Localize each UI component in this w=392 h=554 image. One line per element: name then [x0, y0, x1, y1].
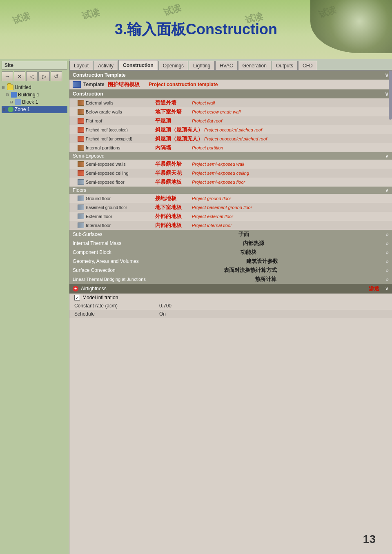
main-area: Site → ✕ ◁ ▷ ↺ ⊟ Untitled ⊟ Building 1 ⊟… [0, 59, 392, 554]
row-pitched-roof-unocc: Pitched roof (unoccupied) 斜屋顶（屋顶无人） Proj… [69, 134, 392, 143]
row-flat-roof: Flat roof 平屋顶 Project flat roof [69, 116, 392, 125]
row-pitched-roof-occ: Pitched roof (occupied) 斜屋顶（屋顶有人） Projec… [69, 125, 392, 134]
collapse-btn-ct[interactable]: ∨ [385, 72, 389, 78]
zone-icon [8, 107, 13, 112]
label-constant-rate: Constant rate (ac/h) [74, 303, 156, 309]
collapse-btn-fl[interactable]: ∨ [385, 187, 389, 193]
sidebar: Site → ✕ ◁ ▷ ↺ ⊟ Untitled ⊟ Building 1 ⊟… [0, 59, 69, 554]
row-internal-partitions: Internal partitions 内隔墙 Project partitio… [69, 143, 392, 152]
arrow-itm: » [385, 240, 389, 247]
section-header-airtightness[interactable]: ★ Airtightness 渗透 ∨ [69, 284, 392, 294]
label-en-external-floor: External floor [86, 214, 155, 219]
value-semi-walls: Project semi-exposed wall [192, 162, 244, 167]
value-constant-rate: 0.700 [159, 303, 172, 309]
row-ground-floor: Ground floor 接地地板 Project ground floor [69, 194, 392, 203]
arrow-ltb: » [385, 276, 389, 283]
section-geometry[interactable]: Geometry, Areas and Volumes 建筑设计参数 » [69, 257, 392, 266]
building-icon [11, 92, 17, 98]
label-en-below-grade: Below grade walls [86, 109, 155, 114]
label-cn-pitched-occ: 斜屋顶（屋顶有人） [155, 126, 204, 133]
toolbar-btn-next[interactable]: ▷ [38, 71, 50, 81]
section-header-construction-template[interactable]: Construction Template ∨ [69, 71, 392, 80]
tree-item-untitled[interactable]: ⊟ Untitled [2, 84, 67, 91]
floor-icon-semi [78, 179, 84, 185]
tree-label-zone1: Zone 1 [15, 107, 30, 112]
folder-icon [7, 85, 13, 90]
tab-hvac[interactable]: HVAC [215, 61, 237, 70]
toolbar-btn-prev[interactable]: ◁ [26, 71, 38, 81]
label-cn-semi-walls: 半暴露外墙 [155, 160, 192, 168]
label-cn-basement-floor: 地下室地板 [155, 204, 192, 211]
label-cn-semi-floor: 半暴露地板 [155, 178, 192, 186]
label-cn-pitched-unocc: 斜屋顶（屋顶无人） [155, 135, 204, 142]
tree-item-zone1[interactable]: ⊞ Zone 1 [2, 106, 67, 113]
section-title-construction-template: Construction Template [73, 72, 126, 78]
tab-generation[interactable]: Generation [238, 61, 271, 70]
tab-openings[interactable]: Openings [158, 61, 188, 70]
arrow-geom: » [385, 258, 389, 265]
label-ltb-cn: 热桥计算 [255, 276, 276, 283]
value-pitched-occ: Project occupied pitched roof [204, 127, 262, 132]
label-sub-surfaces-cn: 子面 [238, 231, 249, 238]
checkbox-model-infiltration[interactable] [74, 295, 80, 300]
expand-icon-z1: ⊞ [2, 107, 7, 111]
value-basement-floor: Project basement ground floor [192, 205, 252, 210]
tree-item-building1[interactable]: ⊟ Building 1 [2, 91, 67, 98]
arrow-sub-surfaces: » [385, 231, 389, 238]
label-cn-ground-floor: 接地地板 [155, 195, 192, 202]
toolbar-btn-refresh[interactable]: ↺ [51, 71, 62, 81]
label-en-pitched-unocc: Pitched roof (unoccupied) [86, 137, 155, 141]
label-cn-semi-ceiling: 半暴露天花 [155, 169, 192, 177]
tree-label-building1: Building 1 [18, 92, 40, 98]
label-ltb-en: Linear Thermal Bridging at Junctions [73, 277, 146, 282]
arrow-sc: » [385, 267, 389, 274]
label-en-internal-partitions: Internal partitions [86, 145, 155, 150]
collapse-btn-c[interactable]: ∨ [385, 91, 389, 97]
tree-label-block1: Block 1 [22, 99, 38, 105]
template-row: Template 围护结构模板 Project construction tem… [69, 80, 392, 89]
tab-construction[interactable]: Construction [118, 60, 158, 70]
section-surface-convection[interactable]: Surface Convection 表面对流换热计算方式 » [69, 266, 392, 275]
collapse-btn-at[interactable]: ∨ [385, 286, 389, 291]
tab-layout[interactable]: Layout [69, 61, 93, 70]
tab-bar: Layout Activity Construction Openings Li… [69, 59, 392, 71]
section-title-semi-exposed: Semi-Exposed [73, 153, 105, 159]
section-component-block[interactable]: Component Block 功能块 » [69, 248, 392, 257]
section-internal-thermal-mass[interactable]: Internal Thermal Mass 内部热源 » [69, 239, 392, 248]
tab-outputs[interactable]: Outputs [272, 61, 298, 70]
section-header-semi-exposed[interactable]: Semi-Exposed ∨ [69, 152, 392, 160]
sidebar-toolbar: → ✕ ◁ ▷ ↺ [2, 71, 67, 81]
floor-icon-basement [78, 205, 84, 210]
label-en-pitched-occ: Pitched roof (occupied) [86, 128, 155, 132]
section-header-construction[interactable]: Construction ∨ [69, 89, 392, 98]
right-panel: Layout Activity Construction Openings Li… [69, 59, 392, 554]
label-cn-external-floor: 外部的地板 [155, 213, 192, 220]
collapse-btn-se[interactable]: ∨ [385, 153, 389, 159]
tab-lighting[interactable]: Lighting [189, 61, 215, 70]
wall-icon-semi-walls [78, 161, 84, 167]
label-airtightness-cn: 渗透 [369, 285, 379, 292]
wall-icon-below-grade [78, 109, 84, 115]
row-constant-rate: Constant rate (ac/h) 0.700 [69, 302, 392, 310]
block-icon [15, 99, 21, 105]
tab-cfd[interactable]: CFD [298, 61, 317, 70]
roof-icon-pitched-unocc [78, 136, 84, 142]
template-label-cn: 围护结构模板 [108, 81, 149, 88]
scroll-marker[interactable] [389, 71, 392, 120]
section-sub-surfaces[interactable]: Sub-Surfaces 子面 » [69, 230, 392, 239]
section-header-floors[interactable]: Floors ∨ [69, 187, 392, 194]
section-linear-thermal-bridging[interactable]: Linear Thermal Bridging at Junctions 热桥计… [69, 275, 392, 284]
toolbar-btn-arrow[interactable]: → [2, 71, 13, 81]
row-internal-floor: Internal floor 内部的地板 Project internal fl… [69, 221, 392, 230]
roof-icon-pitched-occ [78, 127, 84, 133]
floor-icon-ground [78, 196, 84, 201]
roof-icon-flat [78, 118, 84, 124]
row-semi-exposed-walls: Semi-exposed walls 半暴露外墙 Project semi-ex… [69, 160, 392, 169]
label-sub-surfaces-en: Sub-Surfaces [73, 231, 102, 237]
value-internal-partitions: Project partition [192, 145, 223, 150]
toolbar-btn-close[interactable]: ✕ [14, 71, 25, 81]
tree-item-block1[interactable]: ⊟ Block 1 [2, 98, 67, 106]
value-semi-floor: Project semi-exposed floor [192, 180, 245, 185]
label-en-external-walls: External walls [86, 100, 155, 105]
tab-activity[interactable]: Activity [94, 61, 118, 70]
